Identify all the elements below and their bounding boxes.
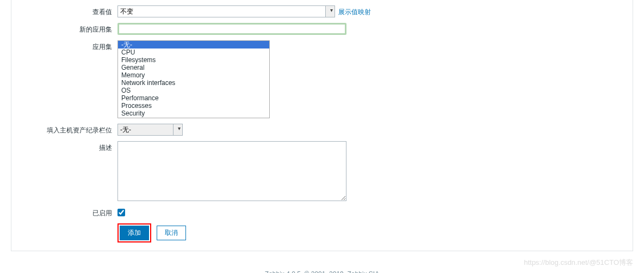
- row-applications: 应用集 -无- CPU Filesystems General Memory N…: [22, 40, 622, 118]
- list-item[interactable]: Memory: [118, 71, 269, 79]
- button-row: 添加 取消: [117, 223, 622, 242]
- list-item[interactable]: General: [118, 64, 269, 71]
- footer-link[interactable]: Zabbix SIA: [347, 270, 379, 273]
- list-item[interactable]: Network interfaces: [118, 79, 269, 87]
- row-new-app: 新的应用集: [22, 23, 622, 35]
- row-inventory: 填入主机资产纪录栏位 -无-: [22, 124, 622, 136]
- list-item[interactable]: Filesystems: [118, 56, 269, 64]
- listbox-applications[interactable]: -无- CPU Filesystems General Memory Netwo…: [117, 40, 270, 118]
- label-view-values: 查看值: [22, 5, 117, 17]
- label-enabled: 已启用: [22, 207, 117, 218]
- textarea-description[interactable]: [117, 141, 346, 201]
- select-view-values-wrapper: 不变: [117, 5, 335, 17]
- select-inventory[interactable]: -无-: [117, 124, 183, 136]
- list-item[interactable]: Security: [118, 110, 269, 117]
- form-container: 查看值 不变 展示值映射 新的应用集 应用集 -无- CPU Filesyste…: [11, 0, 633, 251]
- add-button[interactable]: 添加: [120, 226, 149, 240]
- checkbox-enabled[interactable]: [117, 209, 125, 216]
- select-inventory-wrapper: -无-: [117, 124, 183, 136]
- highlight-box: 添加: [117, 223, 151, 242]
- list-item[interactable]: Processes: [118, 102, 269, 110]
- input-new-application[interactable]: [117, 23, 346, 35]
- label-applications: 应用集: [22, 40, 117, 52]
- select-view-values[interactable]: 不变: [117, 5, 335, 17]
- label-new-app: 新的应用集: [22, 23, 117, 34]
- list-item[interactable]: CPU: [118, 48, 269, 56]
- label-description: 描述: [22, 141, 117, 153]
- watermark: https://blog.csdn.net/@51CTO博客: [524, 258, 633, 268]
- list-item[interactable]: OS: [118, 87, 269, 94]
- link-show-value-mapping[interactable]: 展示值映射: [338, 5, 371, 17]
- row-description: 描述: [22, 141, 622, 201]
- row-view-values: 查看值 不变 展示值映射: [22, 5, 622, 17]
- row-enabled: 已启用: [22, 207, 622, 218]
- list-item[interactable]: -无-: [118, 41, 269, 48]
- footer-text: Zabbix 4.0.5. © 2001–2019,: [265, 270, 348, 273]
- label-inventory: 填入主机资产纪录栏位: [22, 124, 117, 135]
- cancel-button[interactable]: 取消: [157, 226, 186, 240]
- list-item[interactable]: Performance: [118, 94, 269, 102]
